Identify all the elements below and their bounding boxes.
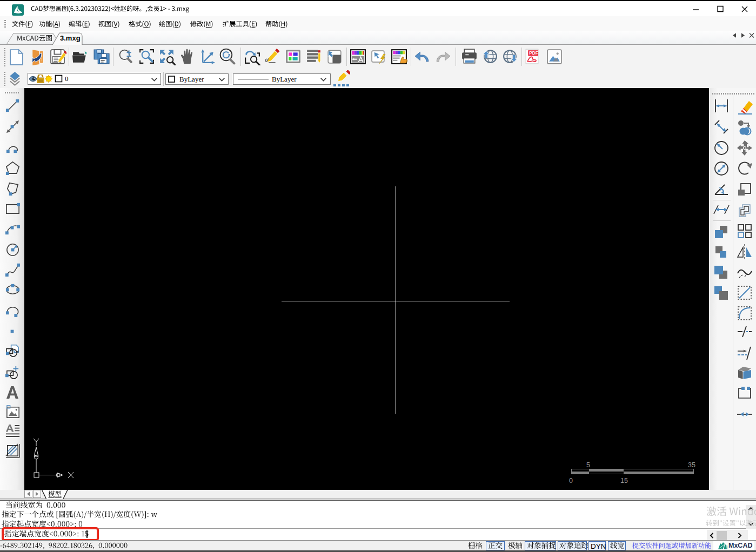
- svg-text:5: 5: [586, 461, 590, 469]
- svg-text:35: 35: [688, 461, 695, 469]
- svg-text:PDF: PDF: [529, 51, 538, 56]
- svg-text:15: 15: [620, 477, 628, 483]
- svg-text:0: 0: [569, 477, 573, 483]
